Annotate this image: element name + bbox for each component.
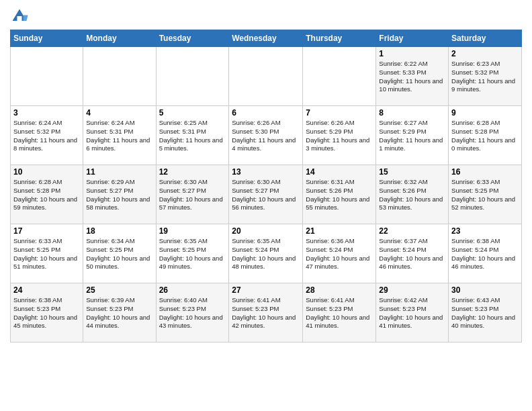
cell-content: Sunrise: 6:37 AM Sunset: 5:24 PM Dayligh… (379, 237, 445, 271)
calendar-cell: 2Sunrise: 6:23 AM Sunset: 5:32 PM Daylig… (449, 47, 522, 106)
cell-content: Sunrise: 6:29 AM Sunset: 5:27 PM Dayligh… (86, 178, 152, 212)
calendar-cell (11, 47, 83, 106)
cell-content: Sunrise: 6:36 AM Sunset: 5:24 PM Dayligh… (306, 237, 373, 271)
calendar-cell (303, 47, 376, 106)
calendar-cell: 8Sunrise: 6:27 AM Sunset: 5:29 PM Daylig… (376, 106, 449, 165)
cell-content: Sunrise: 6:38 AM Sunset: 5:24 PM Dayligh… (451, 237, 519, 271)
cell-content: Sunrise: 6:31 AM Sunset: 5:26 PM Dayligh… (306, 178, 373, 212)
day-number: 27 (232, 285, 300, 295)
header-wednesday: Wednesday (229, 30, 303, 47)
week-row-2: 10Sunrise: 6:28 AM Sunset: 5:28 PM Dayli… (11, 165, 522, 224)
day-number: 25 (86, 285, 152, 295)
day-number: 9 (451, 108, 519, 118)
cell-content: Sunrise: 6:26 AM Sunset: 5:30 PM Dayligh… (232, 119, 300, 153)
week-row-0: 1Sunrise: 6:22 AM Sunset: 5:33 PM Daylig… (11, 47, 522, 106)
calendar-cell: 16Sunrise: 6:33 AM Sunset: 5:25 PM Dayli… (449, 165, 522, 224)
header-saturday: Saturday (449, 30, 522, 47)
calendar-cell: 1Sunrise: 6:22 AM Sunset: 5:33 PM Daylig… (376, 47, 449, 106)
calendar-cell: 21Sunrise: 6:36 AM Sunset: 5:24 PM Dayli… (303, 224, 376, 283)
calendar-cell: 3Sunrise: 6:24 AM Sunset: 5:32 PM Daylig… (11, 106, 83, 165)
day-number: 15 (379, 167, 445, 177)
cell-content: Sunrise: 6:26 AM Sunset: 5:29 PM Dayligh… (306, 119, 373, 153)
cell-content: Sunrise: 6:30 AM Sunset: 5:27 PM Dayligh… (232, 178, 300, 212)
cell-content: Sunrise: 6:41 AM Sunset: 5:23 PM Dayligh… (232, 296, 300, 330)
calendar-cell (83, 47, 156, 106)
calendar-body: 1Sunrise: 6:22 AM Sunset: 5:33 PM Daylig… (11, 47, 522, 342)
calendar-cell: 25Sunrise: 6:39 AM Sunset: 5:23 PM Dayli… (83, 283, 156, 342)
calendar-cell: 6Sunrise: 6:26 AM Sunset: 5:30 PM Daylig… (229, 106, 303, 165)
cell-content: Sunrise: 6:38 AM Sunset: 5:23 PM Dayligh… (13, 296, 80, 330)
header-sunday: Sunday (11, 30, 83, 47)
cell-content: Sunrise: 6:23 AM Sunset: 5:32 PM Dayligh… (451, 60, 519, 94)
calendar-cell: 5Sunrise: 6:25 AM Sunset: 5:31 PM Daylig… (156, 106, 229, 165)
day-number: 2 (451, 49, 519, 58)
cell-content: Sunrise: 6:32 AM Sunset: 5:26 PM Dayligh… (379, 178, 445, 212)
calendar-cell: 15Sunrise: 6:32 AM Sunset: 5:26 PM Dayli… (376, 165, 449, 224)
calendar-cell: 10Sunrise: 6:28 AM Sunset: 5:28 PM Dayli… (11, 165, 83, 224)
day-number: 21 (306, 226, 373, 236)
day-number: 11 (86, 167, 152, 177)
calendar-cell: 12Sunrise: 6:30 AM Sunset: 5:27 PM Dayli… (156, 165, 229, 224)
calendar-cell: 11Sunrise: 6:29 AM Sunset: 5:27 PM Dayli… (83, 165, 156, 224)
calendar-cell: 24Sunrise: 6:38 AM Sunset: 5:23 PM Dayli… (11, 283, 83, 342)
logo (10, 7, 32, 26)
calendar-cell: 7Sunrise: 6:26 AM Sunset: 5:29 PM Daylig… (303, 106, 376, 165)
cell-content: Sunrise: 6:24 AM Sunset: 5:31 PM Dayligh… (86, 119, 152, 153)
calendar-cell: 18Sunrise: 6:34 AM Sunset: 5:25 PM Dayli… (83, 224, 156, 283)
calendar-cell: 13Sunrise: 6:30 AM Sunset: 5:27 PM Dayli… (229, 165, 303, 224)
cell-content: Sunrise: 6:27 AM Sunset: 5:29 PM Dayligh… (379, 119, 445, 153)
cell-content: Sunrise: 6:25 AM Sunset: 5:31 PM Dayligh… (159, 119, 226, 153)
calendar-cell: 9Sunrise: 6:28 AM Sunset: 5:28 PM Daylig… (449, 106, 522, 165)
logo-icon (10, 7, 29, 26)
calendar-cell: 20Sunrise: 6:35 AM Sunset: 5:24 PM Dayli… (229, 224, 303, 283)
calendar-cell (156, 47, 229, 106)
calendar-cell: 28Sunrise: 6:41 AM Sunset: 5:23 PM Dayli… (303, 283, 376, 342)
calendar-cell: 17Sunrise: 6:33 AM Sunset: 5:25 PM Dayli… (11, 224, 83, 283)
day-number: 17 (13, 226, 80, 236)
header-row-days: SundayMondayTuesdayWednesdayThursdayFrid… (11, 30, 522, 47)
cell-content: Sunrise: 6:34 AM Sunset: 5:25 PM Dayligh… (86, 237, 152, 271)
calendar-cell: 23Sunrise: 6:38 AM Sunset: 5:24 PM Dayli… (449, 224, 522, 283)
cell-content: Sunrise: 6:22 AM Sunset: 5:33 PM Dayligh… (379, 60, 445, 94)
day-number: 1 (379, 49, 445, 58)
day-number: 7 (306, 108, 373, 118)
day-number: 6 (232, 108, 300, 118)
cell-content: Sunrise: 6:24 AM Sunset: 5:32 PM Dayligh… (13, 119, 80, 153)
day-number: 14 (306, 167, 373, 177)
calendar-cell: 26Sunrise: 6:40 AM Sunset: 5:23 PM Dayli… (156, 283, 229, 342)
cell-content: Sunrise: 6:30 AM Sunset: 5:27 PM Dayligh… (159, 178, 226, 212)
week-row-1: 3Sunrise: 6:24 AM Sunset: 5:32 PM Daylig… (11, 106, 522, 165)
calendar-cell: 4Sunrise: 6:24 AM Sunset: 5:31 PM Daylig… (83, 106, 156, 165)
day-number: 29 (379, 285, 445, 295)
day-number: 20 (232, 226, 300, 236)
calendar-cell: 30Sunrise: 6:43 AM Sunset: 5:23 PM Dayli… (449, 283, 522, 342)
cell-content: Sunrise: 6:33 AM Sunset: 5:25 PM Dayligh… (13, 237, 80, 271)
day-number: 3 (13, 108, 80, 118)
cell-content: Sunrise: 6:28 AM Sunset: 5:28 PM Dayligh… (13, 178, 80, 212)
calendar-table: SundayMondayTuesdayWednesdayThursdayFrid… (10, 30, 522, 342)
cell-content: Sunrise: 6:41 AM Sunset: 5:23 PM Dayligh… (306, 296, 373, 330)
calendar-cell (229, 47, 303, 106)
calendar-cell: 29Sunrise: 6:42 AM Sunset: 5:23 PM Dayli… (376, 283, 449, 342)
page-container: SundayMondayTuesdayWednesdayThursdayFrid… (0, 0, 532, 349)
calendar-header: SundayMondayTuesdayWednesdayThursdayFrid… (11, 30, 522, 47)
day-number: 5 (159, 108, 226, 118)
day-number: 23 (451, 226, 519, 236)
day-number: 22 (379, 226, 445, 236)
day-number: 30 (451, 285, 519, 295)
day-number: 13 (232, 167, 300, 177)
week-row-4: 24Sunrise: 6:38 AM Sunset: 5:23 PM Dayli… (11, 283, 522, 342)
header-thursday: Thursday (303, 30, 376, 47)
week-row-3: 17Sunrise: 6:33 AM Sunset: 5:25 PM Dayli… (11, 224, 522, 283)
day-number: 28 (306, 285, 373, 295)
day-number: 26 (159, 285, 226, 295)
day-number: 19 (159, 226, 226, 236)
day-number: 10 (13, 167, 80, 177)
calendar-cell: 27Sunrise: 6:41 AM Sunset: 5:23 PM Dayli… (229, 283, 303, 342)
cell-content: Sunrise: 6:39 AM Sunset: 5:23 PM Dayligh… (86, 296, 152, 330)
cell-content: Sunrise: 6:28 AM Sunset: 5:28 PM Dayligh… (451, 119, 519, 153)
day-number: 8 (379, 108, 445, 118)
calendar-cell: 19Sunrise: 6:35 AM Sunset: 5:25 PM Dayli… (156, 224, 229, 283)
header-row (10, 7, 522, 26)
cell-content: Sunrise: 6:35 AM Sunset: 5:25 PM Dayligh… (159, 237, 226, 271)
